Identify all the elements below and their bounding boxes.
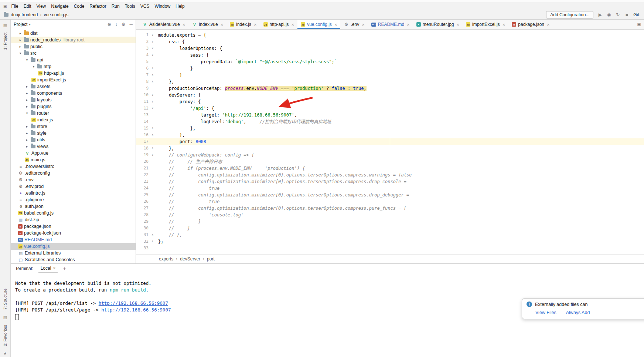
git-widget[interactable]: Git: xyxy=(633,12,640,17)
chevron-right-icon[interactable]: ▸ xyxy=(25,145,29,148)
tree-item-public[interactable]: ▸public xyxy=(11,43,136,50)
chevron-right-icon[interactable]: ▸ xyxy=(18,38,23,42)
tree-item-node-modules[interactable]: ▸node_moduleslibrary root xyxy=(11,37,136,43)
editor[interactable]: 1∨module.exports = {2∨ css: {3∨ loaderOp… xyxy=(136,30,644,254)
menu-code[interactable]: Code xyxy=(71,3,87,9)
breadcrumb-devserver[interactable]: devServer xyxy=(180,256,200,262)
tree-item-readme-md[interactable]: MDREADME.md xyxy=(11,236,136,243)
menu-run[interactable]: Run xyxy=(109,3,122,9)
fold-marker[interactable]: ∧ xyxy=(149,72,156,78)
tree-item-editorconfig[interactable]: ⚙.editorconfig xyxy=(11,170,136,176)
tree-item-app-vue[interactable]: VApp.vue xyxy=(11,150,136,156)
close-icon[interactable]: × xyxy=(221,22,224,27)
tree-item-plugins[interactable]: ▸plugins xyxy=(11,103,136,110)
terminal-link[interactable]: http://192.168.66.56:9007 xyxy=(101,307,171,313)
chevron-right-icon[interactable]: ▸ xyxy=(18,45,23,48)
fold-marker[interactable]: ∨ xyxy=(149,152,156,158)
menu-tools[interactable]: Tools xyxy=(122,3,138,9)
menu-view[interactable]: View xyxy=(34,3,48,9)
tree-item-main-js[interactable]: JSmain.js xyxy=(11,156,136,163)
terminal-link[interactable]: http://192.168.66.56:9007 xyxy=(99,300,168,306)
fold-marker[interactable]: ∧ xyxy=(149,125,156,132)
close-icon[interactable]: × xyxy=(254,22,257,27)
tree-item-gitignore[interactable]: ≡.gitignore xyxy=(11,196,136,203)
tab-options-icon[interactable]: ▣ xyxy=(637,22,641,27)
tab-env[interactable]: ⚙.env× xyxy=(340,20,368,29)
hide-panel-icon[interactable]: ─ xyxy=(129,22,133,27)
fold-marker[interactable]: ∧ xyxy=(149,65,156,72)
tree-item-scratches-and-consoles[interactable]: ▢Scratches and Consoles xyxy=(11,256,136,263)
tab-index-js[interactable]: JSindex.js× xyxy=(226,20,260,29)
chevron-right-icon[interactable]: ▸ xyxy=(25,98,29,102)
tab-package-json[interactable]: npackage.json× xyxy=(508,20,553,29)
tree-item-importexcel-js[interactable]: JSimportExcel.js xyxy=(11,77,136,83)
tree-item-eslintrc-js[interactable]: ●.eslintrc.js xyxy=(11,190,136,196)
menu-navigate[interactable]: Navigate xyxy=(48,3,71,9)
menu-refactor[interactable]: Refactor xyxy=(87,3,109,9)
tree-item-src[interactable]: ▾src xyxy=(11,50,136,57)
chevron-right-icon[interactable]: ▸ xyxy=(25,131,29,135)
always-add-link[interactable]: Always Add xyxy=(566,310,590,315)
menu-file[interactable]: File xyxy=(8,3,21,9)
tree-item-components[interactable]: ▸components xyxy=(11,90,136,97)
tree-item-http[interactable]: ▾http xyxy=(11,63,136,70)
tree-item-dist[interactable]: ▸dist xyxy=(11,30,136,37)
fold-marker[interactable]: ∧ xyxy=(149,238,156,245)
tree-item-external-libraries[interactable]: ▤External Libraries xyxy=(11,250,136,256)
fold-marker[interactable]: ∨ xyxy=(149,38,156,45)
tree-item-babel-config-js[interactable]: JSbabel.config.js xyxy=(11,210,136,216)
menu-vcs[interactable]: VCS xyxy=(138,3,152,9)
close-icon[interactable]: × xyxy=(456,22,459,27)
tab-readme-md[interactable]: MDREADME.md× xyxy=(368,20,413,29)
tree-item-dist-zip[interactable]: ▥dist.zip xyxy=(11,216,136,223)
add-configuration-button[interactable]: Add Configuration... xyxy=(546,11,593,18)
tree-item-package-json[interactable]: npackage.json xyxy=(11,223,136,230)
tree-item-router[interactable]: ▾router xyxy=(11,110,136,117)
chevron-down-icon[interactable]: ▾ xyxy=(18,51,23,55)
toolbar-file-name[interactable]: vue.config.js xyxy=(44,12,68,17)
tree-item-http-api-js[interactable]: JShttp-api.js xyxy=(11,70,136,77)
new-terminal-button[interactable]: + xyxy=(63,266,66,272)
close-icon[interactable]: × xyxy=(547,22,550,27)
collapse-all-icon[interactable]: ↨ xyxy=(115,22,117,27)
close-icon[interactable]: × xyxy=(502,22,505,27)
menu-help[interactable]: Help xyxy=(173,3,187,9)
chevron-right-icon[interactable]: ▸ xyxy=(18,31,23,35)
fold-marker[interactable]: ∨ xyxy=(149,45,156,52)
tab-vue-config-js[interactable]: JSvue.config.js× xyxy=(297,20,340,29)
chevron-down-icon[interactable]: ▾ xyxy=(31,65,36,68)
menu-window[interactable]: Window xyxy=(152,3,173,9)
stop-icon[interactable]: ■ xyxy=(624,12,630,17)
tree-item-api[interactable]: ▾api xyxy=(11,57,136,63)
run-icon[interactable]: ▶ xyxy=(597,12,603,17)
locate-icon[interactable]: ⊕ xyxy=(108,22,111,27)
tree-item-env-prod[interactable]: ⚙.env.prod xyxy=(11,183,136,190)
toolbar-project-name[interactable]: duoji-frontend xyxy=(11,12,38,17)
fold-marker[interactable]: ∨ xyxy=(149,92,156,98)
toolwindow-1-project[interactable]: 1: Project xyxy=(3,33,7,50)
tab-http-api-js[interactable]: JShttp-api.js× xyxy=(260,20,298,29)
tree-item-utils[interactable]: ▸utils xyxy=(11,137,136,143)
toolwindow-7-structure[interactable]: 7: Structure xyxy=(3,289,7,310)
tree-item-store[interactable]: ▸store xyxy=(11,123,136,130)
breadcrumb-exports[interactable]: exports xyxy=(159,256,173,262)
tree-item-layouts[interactable]: ▸layouts xyxy=(11,97,136,103)
breadcrumb-port[interactable]: port xyxy=(207,256,215,262)
tree-item-views[interactable]: ▸views xyxy=(11,143,136,150)
fold-marker[interactable]: ∧ xyxy=(149,232,156,238)
chevron-right-icon[interactable]: ▸ xyxy=(25,85,29,88)
tab-asidemenu-vue[interactable]: VAsideMenu.vue× xyxy=(139,20,188,29)
fold-marker[interactable]: ∧ xyxy=(149,78,156,85)
close-icon[interactable]: × xyxy=(334,22,337,27)
chevron-down-icon[interactable]: ▾ xyxy=(25,58,29,62)
fold-marker[interactable]: ∨ xyxy=(149,52,156,58)
project-panel-title[interactable]: Project xyxy=(14,22,27,27)
terminal-tab-local[interactable]: Local × xyxy=(38,265,58,273)
coverage-icon[interactable]: ↻ xyxy=(615,12,621,17)
fold-marker[interactable]: ∧ xyxy=(149,145,156,152)
close-icon[interactable]: × xyxy=(183,22,185,27)
tree-item-browserslistrc[interactable]: ≡.browserslistrc xyxy=(11,163,136,170)
tree-item-auth-json[interactable]: {}auth.json xyxy=(11,203,136,210)
tree-item-vue-config-js[interactable]: JSvue.config.js xyxy=(11,243,136,250)
tab-menurouter-jpg[interactable]: ▲menuRouter.jpg× xyxy=(413,20,463,29)
